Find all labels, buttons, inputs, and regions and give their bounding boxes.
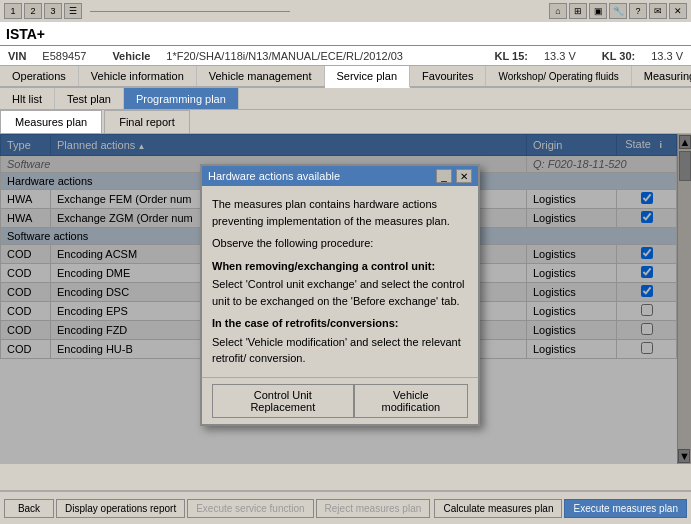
toolbar-item-service-plan[interactable]: Service plan — [325, 66, 411, 88]
tab-final-report[interactable]: Final report — [104, 110, 190, 133]
titlebar-list-btn[interactable]: ☰ — [64, 3, 82, 19]
modal-line5: In the case of retrofits/conversions: — [212, 315, 468, 332]
window-icon-btn[interactable]: ▣ — [589, 3, 607, 19]
vin-label: VIN — [8, 50, 26, 62]
vin-value: E589457 — [42, 50, 86, 62]
title-bar-buttons: 1 2 3 ☰ — [4, 3, 290, 19]
sub-toolbar: Hlt list Test plan Programming plan — [0, 88, 691, 110]
modal-titlebar: Hardware actions available _ ✕ — [202, 166, 478, 186]
content-area: Type Planned actions Origin State i Soft… — [0, 134, 691, 464]
hardware-actions-modal: Hardware actions available _ ✕ The measu… — [200, 164, 480, 426]
toolbar-item-operations[interactable]: Operations — [0, 66, 79, 86]
title-bar: 1 2 3 ☰ ⌂ ⊞ ▣ 🔧 ? ✉ ✕ — [0, 0, 691, 22]
vehicle-label: Vehicle — [112, 50, 150, 62]
modal-line1: The measures plan contains hardware acti… — [212, 196, 468, 229]
main-toolbar: Operations Vehicle information Vehicle m… — [0, 66, 691, 88]
titlebar-btn-1[interactable]: 1 — [4, 3, 22, 19]
toolbar-item-vehicle-info[interactable]: Vehicle information — [79, 66, 197, 86]
modal-close-btn[interactable]: ✕ — [456, 169, 472, 183]
modal-line3: When removing/exchanging a control unit: — [212, 258, 468, 275]
execute-measures-btn[interactable]: Execute measures plan — [564, 499, 687, 518]
tab-measures-plan[interactable]: Measures plan — [0, 110, 102, 133]
sub-toolbar-hlt-list[interactable]: Hlt list — [0, 88, 55, 109]
bottom-bar: Back Display operations report Execute s… — [0, 490, 691, 524]
sub-toolbar-test-plan[interactable]: Test plan — [55, 88, 124, 109]
help-icon-btn[interactable]: ? — [629, 3, 647, 19]
kl15-value: 13.3 V — [544, 50, 576, 62]
titlebar-btn-3[interactable]: 3 — [44, 3, 62, 19]
display-ops-btn[interactable]: Display operations report — [56, 499, 185, 518]
modal-line4: Select 'Control unit exchange' and selec… — [212, 276, 468, 309]
vehicle-modification-btn[interactable]: Vehicle modification — [354, 384, 468, 418]
modal-footer: Control Unit Replacement Vehicle modific… — [202, 377, 478, 424]
tab-bar: Measures plan Final report — [0, 110, 691, 134]
mail-icon-btn[interactable]: ✉ — [649, 3, 667, 19]
toolbar-item-workshop[interactable]: Workshop/ Operating fluids — [486, 66, 631, 86]
control-unit-replacement-btn[interactable]: Control Unit Replacement — [212, 384, 354, 418]
grid-icon-btn[interactable]: ⊞ — [569, 3, 587, 19]
vehicle-value: 1*F20/SHA/118i/N13/MANUAL/ECE/RL/2012/03 — [166, 50, 403, 62]
reject-measures-btn[interactable]: Reject measures plan — [316, 499, 431, 518]
back-btn[interactable]: Back — [4, 499, 54, 518]
modal-line6: Select 'Vehicle modification' and select… — [212, 334, 468, 367]
toolbar-item-vehicle-mgmt[interactable]: Vehicle management — [197, 66, 325, 86]
calculate-measures-btn[interactable]: Calculate measures plan — [434, 499, 562, 518]
toolbar-item-measuring[interactable]: Measuring devices — [632, 66, 691, 86]
execute-service-btn[interactable]: Execute service function — [187, 499, 313, 518]
modal-title: Hardware actions available — [208, 170, 340, 182]
modal-minimize-btn[interactable]: _ — [436, 169, 452, 183]
kl15-label: KL 15: — [495, 50, 528, 62]
app-header: ISTA+ — [0, 22, 691, 46]
kl30-value: 13.3 V — [651, 50, 683, 62]
sub-toolbar-programming-plan[interactable]: Programming plan — [124, 88, 239, 109]
kl30-label: KL 30: — [602, 50, 635, 62]
home-icon-btn[interactable]: ⌂ — [549, 3, 567, 19]
titlebar-right-icons: ⌂ ⊞ ▣ 🔧 ? ✉ ✕ — [549, 3, 687, 19]
modal-body: The measures plan contains hardware acti… — [202, 186, 478, 377]
vin-bar: VIN E589457 Vehicle 1*F20/SHA/118i/N13/M… — [0, 46, 691, 66]
close-icon-btn[interactable]: ✕ — [669, 3, 687, 19]
titlebar-btn-2[interactable]: 2 — [24, 3, 42, 19]
settings-icon-btn[interactable]: 🔧 — [609, 3, 627, 19]
modal-line2: Observe the following procedure: — [212, 235, 468, 252]
toolbar-item-favourites[interactable]: Favourites — [410, 66, 486, 86]
app-title: ISTA+ — [6, 26, 45, 42]
